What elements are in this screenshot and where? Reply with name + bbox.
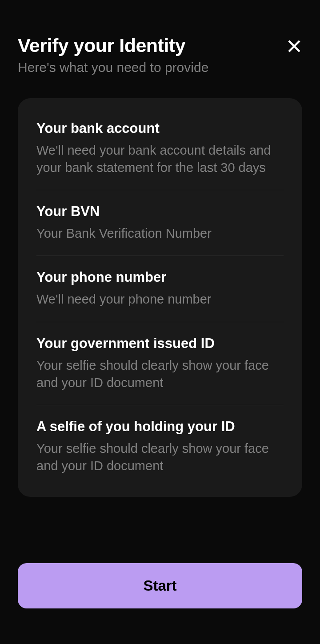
requirement-item: A selfie of you holding your ID Your sel… xyxy=(36,419,284,475)
requirements-card: Your bank account We'll need your bank a… xyxy=(18,98,302,497)
page-title: Verify your Identity xyxy=(18,35,185,56)
page-subtitle: Here's what you need to provide xyxy=(18,60,302,75)
requirement-item: Your phone number We'll need your phone … xyxy=(36,269,284,322)
requirement-description: We'll need your phone number xyxy=(36,291,284,308)
requirement-description: Your selfie should clearly show your fac… xyxy=(36,440,284,475)
requirement-title: A selfie of you holding your ID xyxy=(36,419,284,435)
requirement-title: Your phone number xyxy=(36,269,284,285)
requirement-title: Your BVN xyxy=(36,204,284,220)
requirement-item: Your BVN Your Bank Verification Number xyxy=(36,204,284,256)
requirement-description: Your Bank Verification Number xyxy=(36,225,284,242)
requirement-description: We'll need your bank account details and… xyxy=(36,142,284,176)
requirement-description: Your selfie should clearly show your fac… xyxy=(36,357,284,392)
close-button[interactable] xyxy=(286,38,302,54)
requirement-item: Your government issued ID Your selfie sh… xyxy=(36,336,284,405)
close-icon xyxy=(286,38,302,54)
requirement-item: Your bank account We'll need your bank a… xyxy=(36,120,284,190)
requirement-title: Your bank account xyxy=(36,120,284,136)
requirement-title: Your government issued ID xyxy=(36,336,284,352)
start-button[interactable]: Start xyxy=(18,563,302,608)
